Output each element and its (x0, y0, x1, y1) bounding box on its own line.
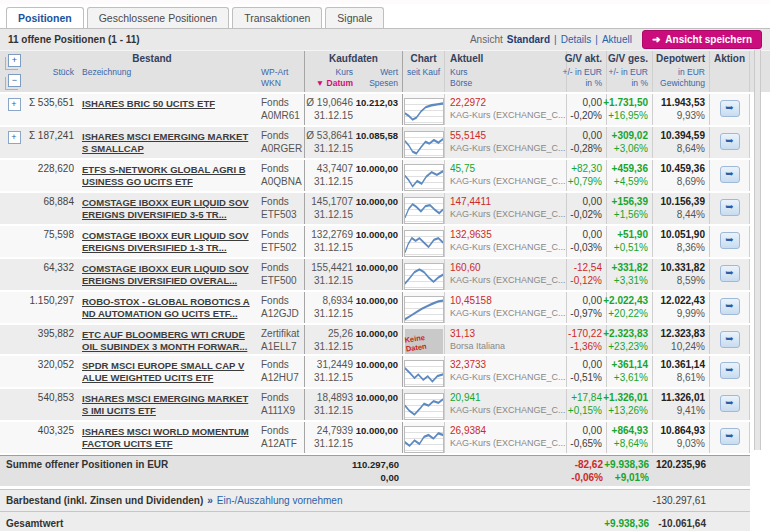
boerse-value: KAG-Kurs (EXCHANGE_C... (450, 208, 566, 221)
kauf-datum-value: 31.12.15 (314, 371, 353, 384)
aktuell-kurs-value: 147,4411 (450, 195, 566, 208)
gv-akt-cell: +17,84 +0,15% (567, 389, 607, 420)
order-button[interactable]: ➥ (720, 100, 740, 117)
order-button[interactable]: ➥ (720, 166, 740, 183)
aktion-cell: ➥ (710, 193, 750, 224)
order-button[interactable]: ➥ (720, 232, 740, 249)
sort-datum[interactable]: ▼ Datum (316, 78, 353, 89)
wert-cell: 10.212,03 (357, 94, 403, 125)
kauf-datum-value: 31.12.15 (314, 142, 353, 155)
aktion-cell: ➥ (710, 127, 750, 158)
gv-ges-pct-value: +16,95% (608, 109, 648, 122)
tab-positionen[interactable]: Positionen (6, 7, 84, 28)
kaufkurs-cell: 43,7407 31.12.15 (305, 160, 357, 191)
aktion-cell: ➥ (710, 292, 750, 323)
order-button[interactable]: ➥ (720, 298, 740, 315)
gv-ges-pct-value: +4,59% (614, 175, 648, 188)
expand-all-icon[interactable]: + (8, 54, 21, 67)
gv-akt-cell: 0,00 -0,51% (567, 356, 607, 387)
tab-transaktionen[interactable]: Transaktionen (232, 7, 322, 28)
depot-cell: 10.331,82 8,59% (653, 259, 710, 290)
position-name-link[interactable]: COMSTAGE IBOXX EUR LIQUID SOVEREIGNS DIV… (78, 228, 258, 254)
expand-icon[interactable]: + (8, 98, 21, 111)
barbestand-value: -130.297,61 (653, 495, 710, 506)
expand-icon[interactable]: + (8, 131, 21, 144)
tab-signale[interactable]: Signale (325, 7, 384, 28)
expand-cell: + (0, 160, 28, 191)
name-cell: ETC AUF BLOOMBERG WTI CRUDE OIL SUBINDEX… (78, 325, 258, 354)
order-button[interactable]: ➥ (720, 395, 740, 412)
position-row: + 228,620 ETFS S-NETWORK GLOBAL AGRI BUS… (0, 160, 750, 193)
position-name-link[interactable]: COMSTAGE IBOXX EUR LIQUID SOVEREIGNS DIV… (78, 261, 258, 287)
gv-ges-cell: +361,14 +3,61% (607, 356, 653, 387)
aktuell-kurs-value: 22,2972 (450, 96, 566, 109)
kauf-kurs-value: 43,7407 (317, 162, 353, 175)
order-button[interactable]: ➥ (720, 362, 740, 379)
wpart-cell: Fonds A0QBNA (258, 160, 305, 191)
boerse-value: Borsa Italiana (450, 340, 566, 353)
depot-cell: 10.459,36 8,69% (653, 160, 710, 191)
aktion-cell: ➥ (710, 389, 750, 420)
gv-ges-eur-value: +2.022,43 (603, 294, 648, 307)
kauf-datum-value: 31.12.15 (314, 404, 353, 417)
tab-geschlossene-positionen[interactable]: Geschlossene Positionen (87, 7, 230, 28)
gv-akt-pct-value: +0,79% (568, 175, 602, 188)
vertical-scrollbar[interactable] (754, 50, 761, 450)
position-name-link[interactable]: ETFS S-NETWORK GLOBAL AGRI BUSINESS GO U… (78, 162, 258, 188)
wkn-value: ETF500 (261, 274, 304, 287)
position-name-link[interactable]: ETC AUF BLOOMBERG WTI CRUDE OIL SUBINDEX… (78, 327, 258, 353)
position-name-link[interactable]: ROBO-STOX - GLOBAL ROBOTICS AND AUTOMATI… (78, 294, 258, 320)
position-name-link[interactable]: COMSTAGE IBOXX EUR LIQUID SOVEREIGNS DIV… (78, 195, 258, 221)
aktuell-cell: 132,9635 KAG-Kurs (EXCHANGE_C... (445, 226, 567, 257)
depot-eur-value: 10.051,90 (661, 228, 706, 241)
position-name-link[interactable]: SPDR MSCI EUROPE SMALL CAP VALUE WEIGHTE… (78, 358, 258, 384)
aktuell-kurs-value: 26,9384 (450, 424, 566, 437)
position-name-link[interactable]: ISHARES MSCI EMERGING MARKETS IMI UCITS … (78, 391, 258, 417)
save-view-button[interactable]: ➜ Ansicht speichern (642, 30, 762, 49)
stueck-value: 228,620 (38, 163, 74, 174)
position-name-link[interactable]: ISHARES MSCI EMERGING MARKETS SMALLCAP (78, 129, 258, 155)
gv-ges-cell: +1.326,01 +13,26% (607, 389, 653, 420)
order-button[interactable]: ➥ (720, 265, 740, 282)
stueck-cell: 395,882 (28, 325, 78, 354)
order-button[interactable]: ➥ (720, 199, 740, 216)
order-button[interactable]: ➥ (720, 331, 740, 348)
boerse-value: KAG-Kurs (EXCHANGE_C... (450, 175, 566, 188)
aktuell-cell: 31,13 Borsa Italiana (445, 325, 567, 354)
gv-ges-cell: +2.022,43 +20,22% (607, 292, 653, 323)
depot-pct-value: 9,41% (677, 404, 705, 417)
position-name-link[interactable]: ISHARES MSCI WORLD MOMENTUM FACTOR UCITS… (78, 424, 258, 450)
wpart-value: Fonds (261, 261, 304, 274)
view-standard-link[interactable]: Standard (507, 34, 550, 45)
header-kurs-datum: Kurs ▼ Datum (305, 67, 357, 92)
stueck-cell: 1.150,297 (28, 292, 78, 323)
depot-pct-value: 8,64% (677, 142, 705, 155)
wpart-cell: Fonds ETF502 (258, 226, 305, 257)
sparkline-chart (404, 230, 444, 257)
kauf-kurs-value: Ø 19,0646 (306, 96, 353, 109)
kauf-datum-value: 31.12.15 (314, 274, 353, 287)
aktuell-kurs-value: 45,75 (450, 162, 566, 175)
wpart-value: Fonds (261, 391, 304, 404)
collapse-all-icon[interactable]: − (8, 74, 21, 87)
gv-ges-eur-value: +864,93 (612, 424, 648, 437)
order-button[interactable]: ➥ (720, 133, 740, 150)
view-aktuell-link[interactable]: Aktuell (602, 34, 632, 45)
expand-cell: + (0, 422, 28, 453)
stueck-cell: 75,598 (28, 226, 78, 257)
aktuell-cell: 32,3733 KAG-Kurs (EXCHANGE_C... (445, 356, 567, 387)
kaufkurs-cell: 31,2449 31.12.15 (305, 356, 357, 387)
wert-cell: 10.000,00 (357, 422, 403, 453)
barbestand-row: Barbestand (inkl. Zinsen und Dividenden)… (0, 489, 750, 511)
deposit-withdraw-link[interactable]: Ein-/Auszahlung vornehmen (217, 495, 343, 506)
position-name-link[interactable]: ISHARES BRIC 50 UCITS ETF (78, 96, 258, 110)
expand-cell: + (0, 259, 28, 290)
order-button[interactable]: ➥ (720, 428, 740, 445)
kaufkurs-cell: 25,26 31.12.15 (305, 325, 357, 354)
gv-ges-cell: +309,02 +3,06% (607, 127, 653, 158)
sparkline-chart (404, 164, 444, 191)
expand-cell: + (0, 193, 28, 224)
boerse-value: KAG-Kurs (EXCHANGE_C... (450, 307, 566, 320)
aktuell-cell: 45,75 KAG-Kurs (EXCHANGE_C... (445, 160, 567, 191)
view-details-link[interactable]: Details (561, 34, 592, 45)
